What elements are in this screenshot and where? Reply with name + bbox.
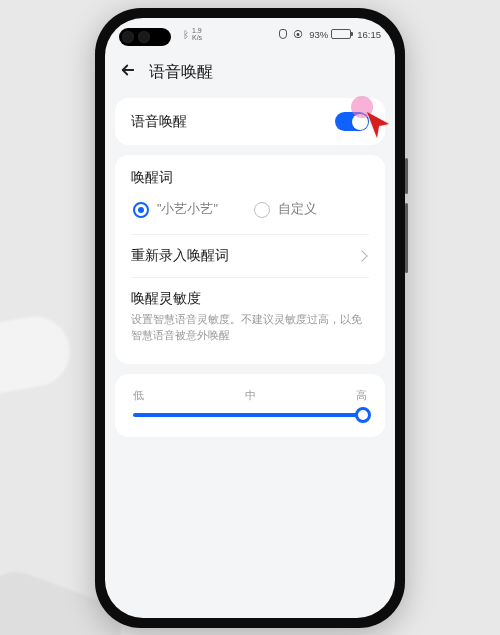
status-time: 16:15 — [357, 29, 381, 40]
annotation-cursor — [365, 110, 393, 140]
slider-label-low: 低 — [133, 388, 144, 403]
radio-selected-icon — [133, 202, 149, 218]
wakeword-option-default-label: "小艺小艺" — [157, 201, 218, 218]
content-area: 语音唤醒 唤醒词 — [115, 98, 385, 608]
cursor-arrow-icon — [365, 110, 393, 140]
bluetooth-status-icon: ⦿ — [293, 29, 303, 40]
back-button[interactable] — [119, 61, 137, 83]
sensitivity-slider-card: 低 中 高 — [115, 374, 385, 437]
wakeword-radio-group: "小艺小艺" 自定义 — [131, 201, 369, 218]
sensitivity-title: 唤醒灵敏度 — [131, 290, 369, 308]
radio-unselected-icon — [254, 202, 270, 218]
phone-side-button-2 — [405, 203, 408, 273]
voice-wakeup-label: 语音唤醒 — [131, 113, 187, 131]
voice-wakeup-toggle-card: 语音唤醒 — [115, 98, 385, 145]
battery-percent: 93% — [309, 29, 328, 40]
bluetooth-icon: ᛒ — [183, 29, 189, 40]
slider-label-high: 高 — [356, 388, 367, 403]
sensitivity-block: 唤醒灵敏度 设置智慧语音灵敏度。不建议灵敏度过高，以免智慧语音被意外唤醒 — [131, 277, 369, 350]
mic-icon — [279, 29, 287, 39]
phone-side-button-1 — [405, 158, 408, 194]
rerecord-wakeword-label: 重新录入唤醒词 — [131, 247, 229, 265]
page-title: 语音唤醒 — [149, 62, 213, 83]
status-bar: ᛒ 1.9 K/s ⦿ 93% 16:15 — [105, 18, 395, 50]
battery-indicator: 93% — [309, 29, 351, 40]
status-left-group: ᛒ 1.9 K/s — [183, 27, 202, 41]
voice-wakeup-toggle-row: 语音唤醒 — [131, 112, 369, 131]
phone-frame: ᛒ 1.9 K/s ⦿ 93% 16:15 语音唤醒 — [95, 8, 405, 628]
back-arrow-icon — [119, 61, 137, 79]
wakeword-option-custom[interactable]: 自定义 — [254, 201, 317, 218]
slider-tick-labels: 低 中 高 — [133, 388, 367, 403]
battery-icon — [331, 29, 351, 39]
phone-screen: ᛒ 1.9 K/s ⦿ 93% 16:15 语音唤醒 — [105, 18, 395, 618]
wakeword-card: 唤醒词 "小艺小艺" 自定义 重新录入唤醒词 唤醒灵敏 — [115, 155, 385, 364]
toggle-knob — [352, 114, 368, 130]
sensitivity-slider[interactable] — [133, 413, 367, 417]
status-network-speed: 1.9 K/s — [192, 27, 202, 41]
wakeword-option-custom-label: 自定义 — [278, 201, 317, 218]
page-header: 语音唤醒 — [105, 52, 395, 92]
chevron-right-icon — [356, 250, 367, 261]
background-decoration-left — [0, 311, 75, 399]
slider-label-mid: 中 — [245, 388, 256, 403]
wakeword-section-title: 唤醒词 — [131, 169, 369, 187]
sensitivity-description: 设置智慧语音灵敏度。不建议灵敏度过高，以免智慧语音被意外唤醒 — [131, 312, 369, 344]
voice-wakeup-toggle[interactable] — [335, 112, 369, 131]
wakeword-option-default[interactable]: "小艺小艺" — [133, 201, 218, 218]
slider-thumb[interactable] — [355, 407, 371, 423]
rerecord-wakeword-row[interactable]: 重新录入唤醒词 — [131, 234, 369, 277]
